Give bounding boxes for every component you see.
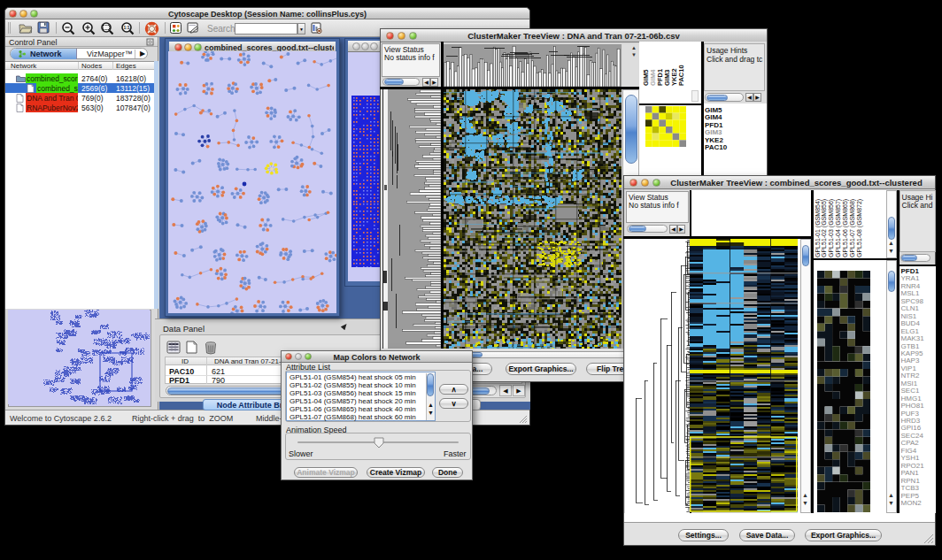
svg-text:GPL51-01 (GSM854): GPL51-01 (GSM854) — [814, 199, 821, 257]
svg-text:1:1: 1:1 — [123, 25, 129, 30]
svg-text:PAC10: PAC10 — [677, 65, 685, 86]
svg-text:GPL51-06 (GSM865): GPL51-06 (GSM865) — [842, 199, 849, 257]
svg-text:GPL51-04 (GSM857): GPL51-04 (GSM857) — [835, 199, 842, 257]
svg-text:GPL51-07 (GSM868): GPL51-07 (GSM868) — [849, 199, 856, 257]
svg-text:MON2: MON2 — [900, 499, 922, 507]
svg-text:GPL51-02 (GSM855): GPL51-02 (GSM855) — [821, 199, 828, 257]
svg-text:GPL51-08 (GSM872): GPL51-08 (GSM872) — [855, 199, 862, 257]
svg-text:GPL51-03 (GSM856): GPL51-03 (GSM856) — [828, 199, 835, 257]
